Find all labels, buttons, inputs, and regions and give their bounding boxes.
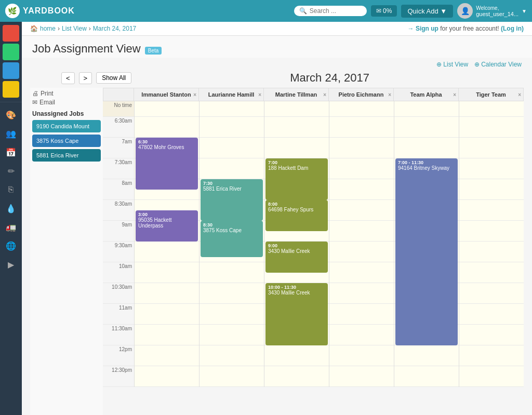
show-all-button[interactable]: Show All [96, 72, 131, 84]
time-label-12: 12pm [103, 345, 134, 366]
time-labels: No time 6:30am 7am 7:30am 8am 8:30am 9am… [103, 101, 134, 387]
col-header-pietro: Pietro Eichmann × [329, 88, 394, 101]
beta-badge: Beta [145, 47, 162, 55]
time-label-930: 9:30am [103, 242, 134, 262]
time-label-830: 8:30am [103, 200, 134, 221]
globe-icon[interactable]: 🌐 [3, 237, 19, 254]
calendar-wrapper: 🖨 Print ✉ Email Unassigned Jobs 9190 Can… [30, 88, 524, 415]
search-input[interactable] [310, 7, 362, 15]
calendar-view-icon: ⊕ [474, 61, 480, 68]
welcome-text: Welcome, [476, 5, 518, 11]
sidebar-color-green [3, 44, 19, 60]
time-label-1130: 11:30am [103, 325, 134, 345]
day-col-4: 7:00 - 11:30 94164 Britney Skyway [394, 101, 459, 387]
event-188[interactable]: 7:00 188 Hackett Dam [265, 158, 328, 200]
remove-column-icon[interactable]: × [323, 92, 326, 98]
print-icon: 🖨 [32, 90, 38, 97]
remove-column-icon[interactable]: × [453, 92, 456, 98]
home-icon-small: 🏠 [30, 25, 38, 32]
day-columns: 6:30 47802 Mohr Groves 3:00 95035 Hacket… [134, 101, 524, 387]
event-3875[interactable]: 8:30 3875 Koss Cape [201, 221, 263, 257]
messages-button[interactable]: ✉ 0% [371, 5, 397, 17]
remove-column-icon[interactable]: × [388, 92, 391, 98]
breadcrumb-list-view[interactable]: List View [62, 25, 87, 32]
event-3430a[interactable]: 9:00 3430 Mallie Creek [265, 242, 328, 273]
remove-column-icon[interactable]: × [193, 92, 196, 98]
breadcrumb-current: March 24, 2017 [93, 25, 136, 32]
breadcrumb-home[interactable]: home [40, 25, 56, 32]
users-icon[interactable]: 👥 [3, 125, 19, 142]
breadcrumb-sep1: › [58, 25, 60, 32]
time-label-10: 10am [103, 262, 134, 283]
column-headers: Immanuel Stanton × Laurianne Hamill × Ma… [103, 88, 524, 101]
left-panel: 🖨 Print ✉ Email Unassigned Jobs 9190 Can… [30, 88, 103, 415]
view-controls: ⊕ List View ⊕ Calendar View [22, 58, 532, 71]
unassigned-job[interactable]: 3875 Koss Cape [32, 135, 101, 147]
day-col-0: 6:30 47802 Mohr Groves 3:00 95035 Hacket… [134, 101, 199, 387]
copy-icon[interactable]: ⎘ [3, 181, 19, 198]
breadcrumb: 🏠 home › List View › March 24, 2017 → Si… [22, 22, 532, 36]
col-header-martine: Martine Tillman × [264, 88, 329, 101]
next-button[interactable]: > [79, 72, 92, 84]
calendar-header: < > Show All March 24, 2017 [30, 71, 524, 85]
calendar-icon[interactable]: 📅 [3, 144, 19, 160]
calendar-view-link[interactable]: ⊕ Calendar View [474, 61, 522, 68]
remove-column-icon[interactable]: × [518, 92, 521, 98]
prev-button[interactable]: < [61, 72, 75, 84]
palette-icon[interactable]: 🎨 [3, 106, 19, 123]
time-rows: No time 6:30am 7am 7:30am 8am 8:30am 9am… [103, 101, 524, 387]
truck-icon[interactable]: 🚛 [3, 219, 19, 235]
time-label-7: 7am [103, 138, 134, 158]
signup-link[interactable]: → Sign up [408, 25, 438, 32]
time-label-630: 6:30am [103, 117, 134, 138]
unassigned-jobs-title: Unassigned Jobs [32, 110, 101, 117]
calendar-area: < > Show All March 24, 2017 🖨 Print ✉ Em… [22, 71, 532, 415]
email-button[interactable]: ✉ Email [32, 99, 101, 106]
top-navigation: 🌿 YARDBOOK 🔍 ✉ 0% Quick Add ▼ 👤 Welcome,… [0, 0, 532, 22]
edit-icon[interactable]: ✏ [3, 163, 19, 179]
logo-icon: 🌿 [5, 4, 20, 18]
search-box[interactable]: 🔍 [294, 6, 367, 16]
page-title-area: Job Assignment View Beta [32, 42, 522, 56]
water-icon[interactable]: 💧 [3, 200, 19, 217]
time-label-9: 9am [103, 221, 134, 242]
calendar-grid-container[interactable]: Immanuel Stanton × Laurianne Hamill × Ma… [103, 88, 524, 415]
page-header: Job Assignment View Beta [22, 36, 532, 58]
sidebar-color-red [3, 25, 19, 42]
list-view-icon: ⊕ [436, 61, 442, 68]
sidebar-color-yellow [3, 81, 19, 98]
list-view-link[interactable]: ⊕ List View [436, 61, 468, 68]
col-header-tiger-team: Tiger Team × [459, 88, 524, 101]
event-5881[interactable]: 7:30 5881 Erica River [201, 179, 263, 221]
breadcrumb-right: → Sign up for your free account! (Log in… [408, 25, 524, 32]
time-label-notime: No time [103, 101, 134, 117]
quick-add-button[interactable]: Quick Add ▼ [401, 5, 453, 18]
logo-area: 🌿 YARDBOOK [5, 4, 290, 18]
sidebar: 🎨 👥 📅 ✏ ⎘ 💧 🚛 🌐 ▶ [0, 22, 22, 415]
unassigned-job[interactable]: 9190 Candida Mount [32, 120, 101, 132]
user-area[interactable]: 👤 Welcome, guest_user_14... ▼ [457, 3, 527, 19]
event-95035[interactable]: 3:00 95035 Hackett Underpass [136, 210, 198, 242]
time-label-1230: 12:30pm [103, 366, 134, 387]
user-name: guest_user_14... [476, 11, 518, 17]
email-icon: ✉ [32, 99, 37, 106]
event-94164[interactable]: 7:00 - 11:30 94164 Britney Skyway [395, 158, 458, 345]
user-dropdown-icon: ▼ [522, 8, 527, 14]
event-47802[interactable]: 6:30 47802 Mohr Groves [136, 138, 198, 190]
day-col-2: 7:00 188 Hackett Dam 8:00 64698 Fahey Sp… [264, 101, 329, 387]
app-name: YARDBOOK [23, 6, 75, 16]
sidebar-color-blue [3, 62, 19, 79]
remove-column-icon[interactable]: × [258, 92, 261, 98]
day-col-3 [329, 101, 394, 387]
login-link[interactable]: (Log in) [501, 25, 524, 32]
unassigned-job[interactable]: 5881 Erica River [32, 149, 101, 162]
col-header-team-alpha: Team Alpha × [394, 88, 459, 101]
time-label-8: 8am [103, 179, 134, 200]
print-button[interactable]: 🖨 Print [32, 90, 101, 97]
col-header-laurianne: Laurianne Hamill × [199, 88, 264, 101]
time-column-header [103, 88, 134, 101]
event-3430b[interactable]: 10:00 - 11:30 3430 Mallie Creek [265, 283, 328, 345]
page-title: Job Assignment View [32, 42, 141, 56]
play-icon[interactable]: ▶ [3, 256, 19, 273]
event-64698[interactable]: 8:00 64698 Fahey Spurs [265, 200, 328, 231]
